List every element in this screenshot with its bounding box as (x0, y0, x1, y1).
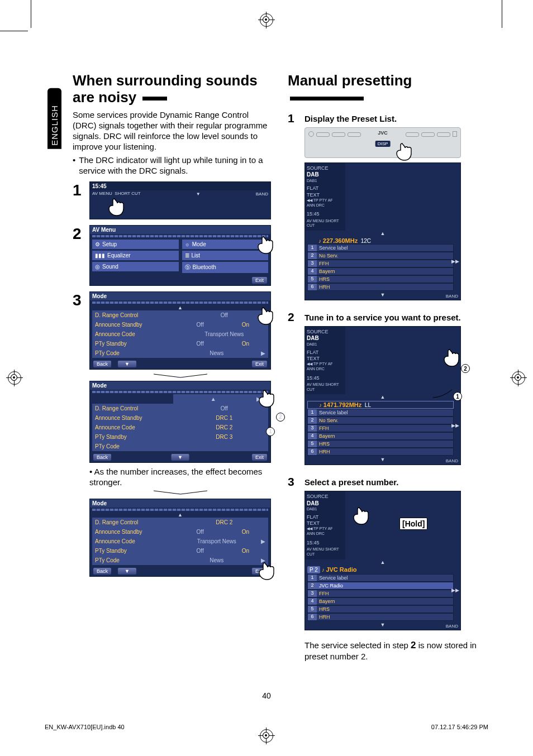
step-3-number: 3 (73, 291, 84, 309)
intro-paragraph: Some services provide Dynamic Range Cont… (73, 109, 271, 176)
ch1: 12C (361, 238, 371, 244)
sound-icon: ◎ (95, 264, 100, 270)
back-button[interactable]: Back (93, 454, 111, 461)
disp-button: DISP (375, 141, 391, 147)
screen-mode-1: Mode ▲ D. Range ControlOff Announce Stan… (89, 291, 271, 370)
step-1-number: 1 (73, 181, 84, 199)
heading-left-text: When surrounding sounds are noisy (73, 72, 258, 106)
menu-setup: Setup (102, 241, 117, 247)
step-3-r: 3 (288, 475, 299, 489)
mode-icon: ☼ (185, 241, 190, 247)
mode-title-2: Mode (90, 381, 270, 390)
preset-5: HRS (317, 276, 453, 283)
exit-button[interactable]: Exit (252, 361, 267, 367)
screen-avmenu: AV Menu ⚙Setup ▮▮▮Equalizer ◎Sound ☼Mode… (89, 225, 271, 286)
avmenu-title: AV Menu (90, 226, 270, 234)
step3-label: Select a preset number. (304, 475, 398, 487)
heading-right-text: Manual presetting (288, 72, 412, 89)
menu-mode: Mode (192, 241, 206, 247)
register-mark (512, 371, 525, 385)
p2-badge: P 2 (307, 566, 320, 573)
screen-preset-3: SOURCE DAB DAB1 FLAT TEXT ◀◀ TP PTY AF A… (304, 491, 461, 630)
hold-note: [Hold] (399, 518, 427, 530)
device-bezel: JVC DISP (304, 127, 461, 158)
jvc-radio-label: JVC Radio (326, 566, 356, 573)
mode-announce-standby: Announce Standby (92, 320, 178, 329)
screen-preset-1: SOURCE DAB DAB1 FLAT TEXT ◀◀ TP PTY AF A… (304, 162, 461, 300)
gear-icon: ⚙ (95, 241, 100, 247)
register-mark (8, 371, 21, 385)
final-a: The service selected in step (304, 640, 411, 650)
shortcut-label: SHORT CUT (115, 191, 140, 196)
page-number: 40 (262, 691, 271, 700)
opt-off: Off (180, 310, 269, 320)
final-step-ref: 2 (411, 640, 416, 650)
step-2-number: 2 (73, 225, 84, 243)
list-icon: ≣ (185, 252, 189, 259)
heading-left: When surrounding sounds are noisy (73, 73, 271, 106)
preset-2-selected: JVC Radio (317, 582, 453, 589)
band-label: BAND (256, 192, 268, 197)
src-label: SOURCE (307, 165, 344, 171)
clock-label: 15:45 (92, 183, 107, 189)
footer-filename: EN_KW-AVX710[EU].indb 40 (45, 724, 125, 730)
band-label-r: BAND (446, 294, 458, 299)
screen-mode-2: Mode ▲▶▶ D. Range ControlOff Announce St… (89, 381, 271, 463)
bullet-icon: • (89, 467, 92, 476)
preset-6: HRH (317, 284, 453, 290)
avmenu-label: AV MENU (92, 191, 112, 196)
callout-2: 2 (461, 364, 470, 373)
mode-announce-code: Announce Code (92, 329, 180, 339)
mode-pty-standby: PTy Standby (92, 339, 178, 348)
menu-sound: Sound (102, 264, 118, 270)
freq2: 1471.792MHz (323, 401, 362, 408)
menu-bluetooth: Bluetooth (193, 264, 216, 270)
callout-1: 1 (266, 427, 275, 436)
jvc-brand: JVC (378, 130, 388, 136)
note-stronger: As the number increases, the effect beco… (89, 467, 262, 487)
step-1-r: 1 (288, 112, 299, 125)
callout-2: 2 (276, 413, 285, 422)
clock-r: 15:45 (307, 211, 344, 217)
ch2: LL (365, 402, 371, 408)
mode-drc-row: D. Range Control (92, 310, 180, 320)
step2-label: Tune in to a service you want to preset. (304, 310, 461, 322)
menu-list: List (192, 252, 201, 259)
dab-label: DAB (307, 171, 319, 178)
register-mark (260, 729, 273, 743)
mode-pty-code: PTy Code (92, 348, 175, 358)
back-button[interactable]: Back (93, 568, 111, 575)
freq1: 227.360MHz (323, 237, 358, 244)
screen-mode-3: Mode ▲ D. Range ControlDRC 2 Announce St… (89, 499, 271, 577)
mode-title: Mode (90, 292, 270, 300)
menu-equalizer: Equalizer (107, 252, 131, 259)
screen-step1: 15:45 AV MENU SHORT CUT ▼ BAND (89, 181, 271, 219)
preset-1: Service label (317, 245, 453, 251)
callout-1: 1 (453, 392, 462, 401)
bluetooth-icon: ⓑ (185, 264, 191, 271)
step-2-r: 2 (288, 310, 299, 324)
step1-label: Display the Preset List. (304, 112, 397, 123)
exit-button[interactable]: Exit (252, 277, 267, 284)
exit-button[interactable]: Exit (252, 568, 267, 575)
footer-timestamp: 07.12.17 5:46:29 PM (431, 724, 488, 730)
drc-note: The DRC indicator will light up while tu… (79, 155, 271, 176)
mode-title-3: Mode (90, 499, 270, 508)
exit-button[interactable]: Exit (252, 454, 267, 461)
heading-right: Manual presetting (288, 73, 486, 106)
register-mark (260, 13, 273, 27)
preset-4: Bayern (317, 268, 453, 275)
preset-3: FFH (317, 260, 453, 267)
preset-2: No Serv. (317, 252, 453, 259)
back-button[interactable]: Back (93, 361, 111, 367)
language-tab: ENGLISH (47, 88, 61, 149)
equalizer-icon: ▮▮▮ (95, 252, 105, 259)
bullet-icon: • (73, 155, 75, 176)
